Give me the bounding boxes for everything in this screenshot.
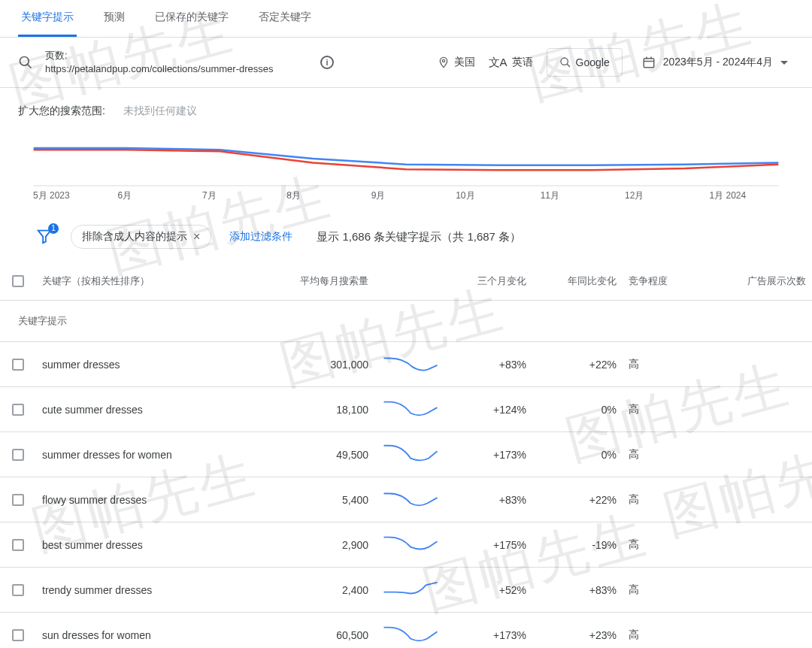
date-range-filter[interactable]: 2023年5月 - 2024年4月 [636, 51, 794, 74]
chip-remove-icon[interactable]: × [193, 230, 200, 244]
cell-sparkline [374, 623, 442, 646]
filter-bar: 1 排除含成人内容的提示 × 添加过滤条件 显示 1,686 条关键字提示（共 … [0, 211, 812, 262]
row-checkbox[interactable] [0, 404, 36, 416]
add-filter-button[interactable]: 添加过滤条件 [229, 230, 292, 244]
cell-keyword: flowy summer dresses [36, 494, 277, 506]
tab-negative[interactable]: 否定关键字 [256, 0, 314, 37]
search-url: https://petalandpup.com/collections/summ… [45, 62, 308, 76]
cell-yoy: +83% [532, 584, 623, 596]
location-filter[interactable]: 美国 [438, 56, 475, 69]
svg-point-2 [442, 59, 444, 62]
result-count: 显示 1,686 条关键字提示（共 1,687 条） [317, 230, 521, 244]
date-range-label: 2023年5月 - 2024年4月 [663, 56, 773, 69]
filter-funnel-button[interactable]: 1 [36, 228, 53, 247]
chip-label: 排除含成人内容的提示 [82, 230, 187, 244]
cell-3mo: +175% [442, 539, 532, 551]
pin-icon [438, 56, 450, 68]
calendar-icon [642, 56, 656, 69]
funnel-badge: 1 [48, 223, 59, 234]
col-impressions[interactable]: 广告展示次数 [713, 274, 812, 288]
table-row[interactable]: flowy summer dresses5,400+83%+22%高 [0, 477, 812, 522]
table-row[interactable]: summer dresses301,000+83%+22%高 [0, 342, 812, 387]
cell-competition: 高 [623, 493, 713, 507]
search-box[interactable]: 页数: https://petalandpup.com/collections/… [18, 49, 334, 76]
tab-keyword-ideas[interactable]: 关键字提示 [18, 0, 77, 37]
cell-yoy: -19% [532, 539, 623, 551]
col-keyword[interactable]: 关键字（按相关性排序） [36, 274, 277, 288]
row-checkbox[interactable] [0, 584, 36, 596]
section-header: 关键字提示 [0, 301, 812, 342]
language-label: 英语 [512, 56, 533, 69]
row-checkbox[interactable] [0, 539, 36, 551]
cell-keyword: sun dresses for women [36, 629, 277, 641]
cell-keyword: trendy summer dresses [36, 584, 277, 596]
search-text: 页数: https://petalandpup.com/collections/… [45, 49, 308, 76]
cell-sparkline [374, 353, 442, 376]
cell-keyword: summer dresses for women [36, 449, 277, 461]
table-row[interactable]: trendy summer dresses2,400+52%+83%高 [0, 568, 812, 613]
cell-volume: 5,400 [277, 494, 374, 506]
tabs-bar: 关键字提示 预测 已保存的关键字 否定关键字 [0, 0, 812, 38]
filter-chip-adult[interactable]: 排除含成人内容的提示 × [71, 225, 211, 249]
cell-keyword: summer dresses [36, 359, 277, 371]
cell-competition: 高 [623, 358, 713, 371]
tab-saved[interactable]: 已保存的关键字 [152, 0, 232, 37]
row-checkbox[interactable] [0, 359, 36, 371]
cell-competition: 高 [623, 403, 713, 416]
cell-sparkline [374, 488, 442, 511]
cell-sparkline [374, 578, 442, 601]
table-header-row: 关键字（按相关性排序） 平均每月搜索量 三个月变化 年同比变化 竞争程度 广告展… [0, 262, 812, 301]
translate-icon: 文A [489, 56, 508, 70]
cell-sparkline [374, 443, 442, 466]
col-yoy[interactable]: 年同比变化 [532, 274, 623, 288]
cell-volume: 49,500 [277, 449, 374, 461]
svg-rect-5 [644, 59, 654, 68]
broaden-search-row: 扩大您的搜索范围: 未找到任何建议 [0, 88, 812, 135]
cell-yoy: +23% [532, 629, 623, 641]
table-row[interactable]: cute summer dresses18,100+124%0%高 [0, 387, 812, 432]
table-row[interactable]: summer dresses for women49,500+173%0%高 [0, 432, 812, 477]
row-checkbox[interactable] [0, 494, 36, 506]
table-body: summer dresses301,000+83%+22%高cute summe… [0, 342, 812, 648]
network-label: Google [576, 56, 610, 68]
svg-line-1 [28, 65, 32, 68]
filters-right: 美国 文A 英语 Google 2023年5月 - 2024年4月 [438, 48, 794, 77]
tab-forecast[interactable]: 预测 [101, 0, 128, 37]
axis-tick: 6月 [117, 189, 201, 202]
cell-keyword: best summer dresses [36, 539, 277, 551]
svg-line-4 [567, 64, 570, 67]
cell-sparkline [374, 398, 442, 421]
axis-tick: 8月 [286, 189, 371, 202]
svg-point-3 [561, 58, 568, 65]
cell-3mo: +83% [442, 359, 532, 371]
cell-sparkline [374, 533, 442, 556]
table-row[interactable]: sun dresses for women60,500+173%+23%高 [0, 613, 812, 648]
row-checkbox[interactable] [0, 629, 36, 641]
chevron-down-icon [780, 61, 788, 65]
header-checkbox[interactable] [0, 275, 36, 287]
chart-svg [18, 135, 794, 187]
trend-chart: 5月 20236月7月8月9月10月11月12月1月 2024 [0, 135, 812, 211]
cell-keyword: cute summer dresses [36, 404, 277, 416]
axis-tick: 5月 2023 [33, 189, 117, 202]
info-icon[interactable]: i [320, 56, 334, 69]
broaden-label: 扩大您的搜索范围: [18, 104, 105, 118]
col-competition[interactable]: 竞争程度 [623, 274, 713, 288]
cell-volume: 301,000 [277, 359, 374, 371]
cell-3mo: +52% [442, 584, 532, 596]
table-row[interactable]: best summer dresses2,900+175%-19%高 [0, 522, 812, 568]
cell-yoy: +22% [532, 494, 623, 506]
cell-competition: 高 [623, 538, 713, 552]
axis-tick: 11月 [541, 189, 625, 202]
location-label: 美国 [454, 56, 475, 69]
cell-competition: 高 [623, 448, 713, 462]
language-filter[interactable]: 文A 英语 [489, 56, 533, 70]
broaden-empty: 未找到任何建议 [123, 104, 197, 118]
col-3mo[interactable]: 三个月变化 [442, 274, 532, 288]
cell-volume: 2,900 [277, 539, 374, 551]
col-volume[interactable]: 平均每月搜索量 [277, 274, 374, 288]
network-filter[interactable]: Google [547, 48, 623, 77]
row-checkbox[interactable] [0, 449, 36, 461]
axis-tick: 7月 [202, 189, 286, 202]
cell-3mo: +83% [442, 494, 532, 506]
